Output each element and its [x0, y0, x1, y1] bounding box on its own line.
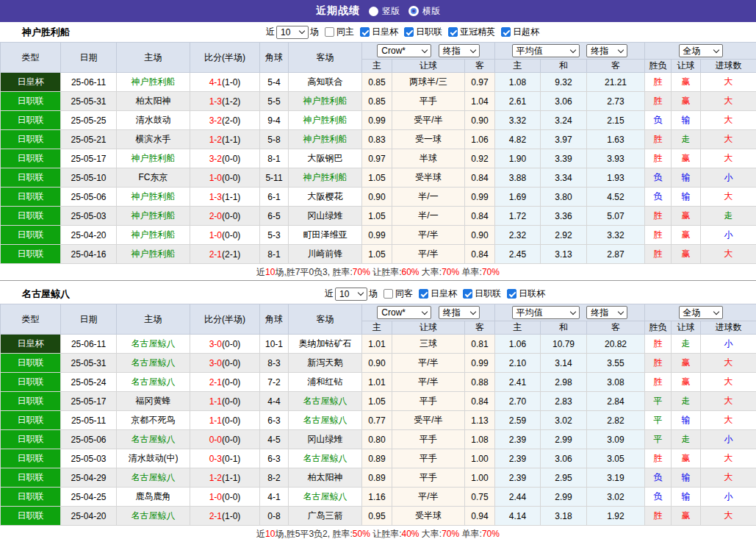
half-score: 2-1(2-1) — [190, 245, 260, 264]
col-avg-draw: 和 — [541, 321, 587, 335]
match-row: 日职联25-05-06名古屋鲸八0-0(0-0)4-5冈山绿雉0.80平手1.0… — [1, 430, 756, 449]
avg-source-select[interactable]: 平均值 — [512, 44, 580, 57]
team-name: 名古屋鲸八 — [22, 288, 70, 301]
home-team: 福冈黄蜂 — [117, 392, 190, 411]
match-row: 日职联25-04-16神户胜利船2-1(2-1)8-1川崎前锋1.05平/半0.… — [1, 245, 756, 264]
match-type: 日职联 — [1, 411, 61, 430]
summary-text: 场,胜7平0负3, 胜率: — [275, 266, 352, 279]
odds-handicap: 受一球 — [392, 130, 465, 149]
corners: 8-1 — [260, 149, 289, 168]
home-team: 神户胜利船 — [117, 188, 190, 207]
col-home: 主场 — [117, 304, 190, 335]
summary-text: 70% — [442, 529, 459, 539]
odds-stage-select[interactable]: 终指 — [439, 306, 480, 319]
away-team: 大阪樱花 — [289, 188, 362, 207]
chevron-down-icon — [618, 308, 624, 314]
away-team: 町田泽维亚 — [289, 226, 362, 245]
odds-source-select[interactable]: Crow* — [377, 306, 431, 319]
match-row: 日职联25-05-10FC东京1-0(0-0)5-11神户胜利船1.05受半球0… — [1, 168, 756, 188]
avg-home: 2.10 — [495, 354, 541, 373]
halftime-score: (1-1) — [222, 135, 240, 145]
result-handicap: 走 — [672, 392, 701, 411]
col-odds-home: 主 — [362, 321, 392, 335]
match-row: 日职联25-05-24名古屋鲸八2-1(0-0)7-2浦和红钻1.01平/半0.… — [1, 373, 756, 392]
result-goals: 小 — [701, 430, 756, 449]
avg-away: 3.19 — [587, 468, 645, 488]
avg-stage-select[interactable]: 终指 — [586, 306, 627, 319]
corners: 4-4 — [260, 392, 289, 411]
near-label: 近 — [325, 288, 334, 300]
avg-away: 3.05 — [587, 449, 645, 468]
home-team: 名古屋鲸八 — [117, 507, 190, 526]
odds-away: 0.84 — [465, 207, 495, 226]
league-checkbox[interactable] — [419, 289, 428, 299]
halftime-score: (0-0) — [222, 358, 240, 368]
avg-stage-select[interactable]: 终指 — [586, 44, 627, 57]
result-header-cell: 全场 — [645, 43, 756, 60]
half-score: 1-3(1-2) — [190, 92, 260, 111]
col-avg-home: 主 — [495, 60, 541, 73]
match-count-select[interactable]: 10 — [276, 26, 309, 39]
layout-radio-vertical[interactable]: 竖版 — [369, 5, 400, 18]
same-venue-checkbox[interactable] — [384, 289, 393, 299]
summary-text: 70% — [482, 267, 500, 277]
same-venue-checkbox[interactable] — [325, 27, 334, 37]
away-team: 川崎前锋 — [289, 245, 362, 264]
col-goals-result: 进球数 — [701, 321, 756, 335]
col-type: 类型 — [1, 43, 61, 73]
league-checkbox[interactable] — [448, 27, 458, 37]
avg-draw: 2.99 — [541, 430, 587, 449]
result-goals: 大 — [701, 373, 756, 392]
result-goals: 大 — [701, 73, 756, 92]
col-date: 日期 — [61, 43, 117, 73]
matches-table: 类型 日期 主场 比分(半场) 角球 客场 Crow* 终指 平均值 终指 全场… — [0, 42, 756, 264]
avg-home: 1.69 — [495, 188, 541, 207]
odds-home: 0.89 — [362, 449, 392, 468]
scope-select[interactable]: 全场 — [679, 306, 723, 319]
result-goals: 大 — [701, 449, 756, 468]
result-handicap: 赢 — [672, 507, 701, 526]
odds-home: 0.99 — [362, 226, 392, 245]
result-goals: 小 — [701, 226, 756, 245]
result-goals: 大 — [701, 188, 756, 207]
avg-away: 3.55 — [587, 354, 645, 373]
odds-away: 0.84 — [465, 168, 495, 188]
result-goals: 小 — [701, 488, 756, 507]
match-count-select[interactable]: 10 — [335, 288, 367, 301]
league-checkbox[interactable] — [404, 27, 414, 37]
avg-source-select[interactable]: 平均值 — [512, 306, 580, 319]
odds-away: 1.06 — [465, 130, 495, 149]
match-row: 日皇杯25-06-11名古屋鲸八3-0(0-0)10-1奥纳加钴矿石1.01三球… — [1, 335, 756, 354]
result-handicap: 走 — [672, 335, 701, 354]
match-type: 日职联 — [1, 188, 61, 207]
avg-draw: 3.18 — [541, 507, 587, 526]
average-header-cell: 平均值 终指 — [495, 304, 645, 321]
odds-source-select[interactable]: Crow* — [377, 44, 431, 57]
league-checkbox[interactable] — [463, 289, 472, 299]
result-outcome: 胜 — [645, 92, 672, 111]
result-handicap: 赢 — [672, 354, 701, 373]
result-handicap: 赢 — [672, 207, 701, 226]
avg-away: 3.93 — [587, 149, 645, 168]
odds-home: 1.05 — [362, 245, 392, 264]
avg-away: 2.84 — [587, 392, 645, 411]
odds-stage-select[interactable]: 终指 — [439, 44, 480, 57]
layout-radio-horizontal[interactable]: 横版 — [408, 5, 440, 18]
league-checkbox[interactable] — [360, 27, 370, 37]
league-checkbox[interactable] — [501, 27, 511, 37]
select-value: 终指 — [443, 307, 461, 319]
avg-draw: 3.02 — [541, 411, 587, 430]
result-outcome: 胜 — [645, 373, 672, 392]
home-team: 清水鼓动(中) — [117, 449, 190, 468]
avg-draw: 10.79 — [541, 335, 587, 354]
league-checkbox[interactable] — [507, 289, 516, 299]
odds-handicap: 平/半 — [392, 373, 465, 392]
odds-away: 1.13 — [465, 411, 495, 430]
match-type: 日皇杯 — [1, 335, 61, 354]
summary-text: 70% — [442, 267, 459, 277]
scope-select[interactable]: 全场 — [679, 44, 723, 57]
avg-home: 2.41 — [495, 373, 541, 392]
odds-away: 0.90 — [465, 226, 495, 245]
odds-home: 0.90 — [362, 354, 392, 373]
halftime-score: (0-0) — [222, 435, 240, 445]
